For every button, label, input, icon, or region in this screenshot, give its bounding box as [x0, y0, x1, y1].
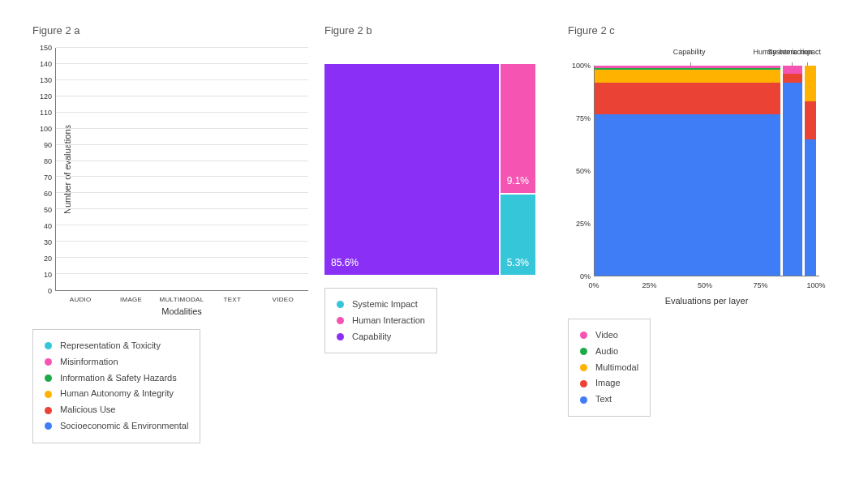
legend-swatch	[337, 301, 344, 308]
figure-2a-title: Figure 2 a	[32, 24, 308, 36]
mosaic-seg-image	[595, 83, 780, 114]
legend-swatch	[337, 333, 344, 340]
legend-label: Human Autonomy & Integrity	[60, 386, 174, 402]
figure-2a-legend: Representation & ToxicityMisinformationI…	[32, 329, 200, 443]
ytick: 75%	[576, 114, 591, 122]
xtick: 50%	[698, 281, 712, 289]
legend-swatch	[580, 396, 587, 404]
mosaic-seg-multimodal	[805, 66, 816, 101]
ytick: 100	[40, 125, 52, 133]
figure-2c-yaxis: 0%25%50%75%100%	[568, 66, 594, 276]
xtick: VIDEO	[258, 296, 308, 303]
figure-2b: Figure 2 b 85.6%9.1%5.3% Systemic Impact…	[324, 24, 552, 443]
figure-2c-xlabel: Evaluations per layer	[594, 296, 819, 306]
legend-item: Information & Safety Hazards	[45, 370, 188, 387]
figure-2a-yaxis: 0102030405060708090100110120130140150	[32, 48, 55, 291]
figure-2c: Figure 2 c CapabilityHuman interactionSy…	[568, 24, 819, 443]
figure-2a-chart: Number of evaluations 010203040506070809…	[32, 48, 308, 291]
xtick: 0%	[588, 281, 599, 289]
figure-2c-top-labels: CapabilityHuman interactionSystemic impa…	[599, 48, 813, 66]
legend-label: Capability	[352, 329, 391, 345]
mosaic-col-capability	[595, 66, 780, 276]
legend-label: Socioeconomic & Environmental	[60, 418, 188, 434]
legend-item: Human Interaction	[337, 313, 425, 329]
legend-swatch	[45, 422, 52, 430]
ytick: 110	[40, 109, 52, 117]
legend-item: Representation & Toxicity	[45, 338, 188, 354]
ytick: 50	[44, 206, 52, 214]
xtick: AUDIO	[55, 296, 105, 303]
figure-2c-plot	[594, 66, 819, 276]
legend-label: Information & Safety Hazards	[60, 370, 177, 387]
ytick: 130	[40, 76, 52, 84]
figure-2b-chart: 85.6%9.1%5.3%	[324, 64, 535, 275]
ytick: 0%	[580, 272, 591, 280]
treemap-systemic: 5.3%	[501, 195, 535, 275]
legend-label: Human Interaction	[352, 313, 425, 329]
legend-label: Image	[595, 375, 621, 392]
top-label-systemic: Systemic impact	[767, 48, 821, 56]
mosaic-seg-image	[783, 74, 802, 82]
legend-swatch	[580, 364, 587, 371]
legend-swatch	[45, 391, 52, 398]
xtick: 100%	[806, 281, 825, 289]
treemap-human: 9.1%	[501, 64, 535, 193]
ytick: 90	[44, 141, 52, 149]
figure-2c-xticks: 0%25%50%75%100%	[594, 281, 816, 293]
ytick: 50%	[576, 167, 591, 175]
legend-item: Audio	[580, 344, 638, 360]
legend-label: Multimodal	[595, 360, 638, 376]
legend-swatch	[580, 332, 587, 339]
xtick: 75%	[753, 281, 767, 289]
figure-2c-chart-wrap: CapabilityHuman interactionSystemic impa…	[568, 48, 819, 306]
legend-item: Video	[580, 327, 638, 344]
ytick: 140	[40, 60, 52, 68]
legend-item: Human Autonomy & Integrity	[45, 386, 188, 402]
figure-2a-xlabel: Modalities	[55, 306, 308, 316]
legend-item: Text	[580, 392, 638, 408]
legend-label: Systemic Impact	[352, 297, 418, 313]
figure-2a: Figure 2 a Number of evaluations 0102030…	[32, 24, 308, 443]
ytick: 150	[40, 44, 52, 52]
ytick: 30	[44, 238, 52, 246]
top-label-capability: Capability	[673, 48, 706, 56]
treemap-capability: 85.6%	[324, 64, 499, 275]
legend-swatch	[45, 342, 52, 349]
legend-item: Image	[580, 375, 638, 392]
figure-2a-plot	[55, 48, 308, 291]
ytick: 20	[44, 255, 52, 263]
figure-2c-legend: VideoAudioMultimodalImageText	[568, 319, 651, 417]
legend-swatch	[45, 358, 52, 366]
mosaic-seg-video	[783, 66, 802, 74]
mosaic-col-systemic	[805, 66, 816, 276]
legend-label: Video	[595, 327, 618, 344]
legend-item: Capability	[337, 329, 425, 345]
mosaic-seg-image	[805, 101, 816, 139]
legend-item: Malicious Use	[45, 402, 188, 418]
legend-item: Multimodal	[580, 360, 638, 376]
legend-label: Audio	[595, 344, 618, 360]
figure-2b-title: Figure 2 b	[324, 24, 552, 36]
mosaic-col-human	[783, 66, 802, 276]
legend-swatch	[45, 407, 52, 414]
legend-swatch	[337, 317, 344, 324]
mosaic-seg-multimodal	[595, 70, 780, 83]
xtick: TEXT	[207, 296, 257, 303]
ytick: 0	[48, 287, 52, 295]
figure-2c-chart: Evaluations per modality 0%25%50%75%100%	[568, 66, 819, 276]
xtick: 25%	[642, 281, 656, 289]
ytick: 60	[44, 190, 52, 198]
legend-label: Misinformation	[60, 354, 118, 370]
figure-2b-legend: Systemic ImpactHuman InteractionCapabili…	[324, 288, 437, 353]
ytick: 80	[44, 157, 52, 165]
ytick: 120	[40, 92, 52, 101]
legend-item: Misinformation	[45, 354, 188, 370]
figure-row: Figure 2 a Number of evaluations 0102030…	[0, 0, 868, 452]
legend-item: Systemic Impact	[337, 297, 425, 313]
ytick: 40	[44, 222, 52, 230]
xtick: IMAGE	[105, 296, 156, 303]
legend-label: Malicious Use	[60, 402, 115, 418]
figure-2c-title: Figure 2 c	[568, 24, 819, 36]
legend-label: Text	[595, 392, 612, 408]
ytick: 10	[44, 271, 52, 279]
